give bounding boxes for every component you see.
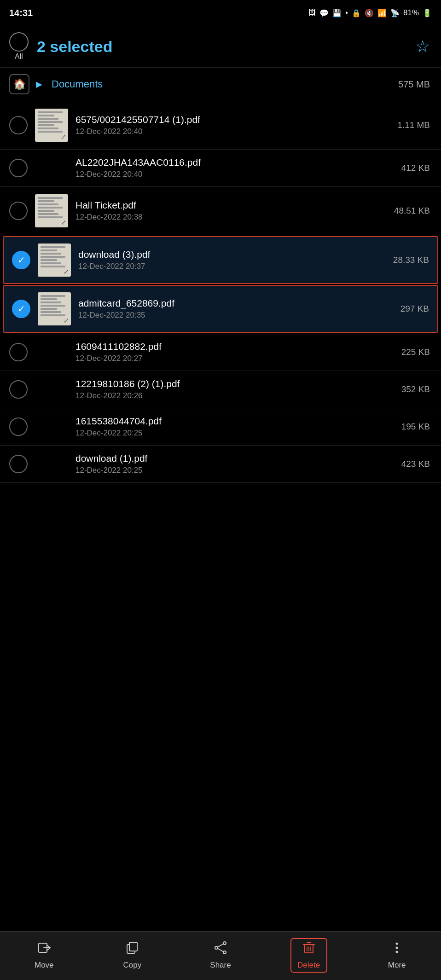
folder-name[interactable]: Documents [52, 78, 103, 90]
svg-line-7 [218, 944, 223, 947]
list-item[interactable]: AL2202JHA143AAC0116.pdf 12-Dec-2022 20:4… [0, 150, 441, 187]
svg-point-15 [396, 943, 398, 945]
file-name: admitcard_652869.pdf [78, 298, 393, 309]
move-label: Move [35, 961, 54, 970]
file-name: AL2202JHA143AAC0116.pdf [75, 157, 394, 168]
share-icon [214, 941, 227, 958]
file-date: 12-Dec-2022 20:37 [78, 262, 386, 271]
header-left: All 2 selected [9, 32, 112, 61]
copy-icon [125, 941, 139, 958]
move-action[interactable]: Move [26, 941, 63, 970]
file-thumbnail: ⤢ [38, 292, 71, 325]
file-date: 12-Dec-2022 20:35 [78, 311, 393, 320]
file-list: ⤢ 6575/0021425507714 (1).pdf 12-Dec-2022… [0, 101, 441, 483]
list-item[interactable]: ⤢ 6575/0021425507714 (1).pdf 12-Dec-2022… [0, 101, 441, 150]
list-item[interactable]: 1615538044704.pdf 12-Dec-2022 20:25 195 … [0, 408, 441, 446]
file-size: 28.33 KB [393, 255, 429, 265]
file-date: 12-Dec-2022 20:25 [75, 466, 394, 475]
svg-rect-3 [129, 942, 137, 951]
list-item[interactable]: 12219810186 (2) (1).pdf 12-Dec-2022 20:2… [0, 371, 441, 408]
file-checkbox[interactable]: ✓ [12, 251, 30, 269]
svg-point-17 [396, 951, 398, 953]
file-checkbox[interactable] [9, 202, 28, 220]
share-label: Share [210, 961, 231, 970]
dot-indicator: • [345, 9, 348, 17]
folder-size: 575 MB [398, 79, 430, 90]
status-icons: 🖼 💬 💾 • 🔒 🔇 📶 📡 81% 🔋 [308, 8, 432, 17]
selected-count: 2 selected [37, 38, 112, 56]
bottom-bar: Move Copy Share [0, 931, 441, 980]
file-size: 48.51 KB [394, 206, 430, 216]
lock-icon: 🔒 [352, 9, 361, 17]
file-name: 1615538044704.pdf [75, 416, 394, 427]
file-size: 352 KB [401, 384, 430, 394]
svg-point-4 [223, 942, 226, 945]
all-checkbox[interactable] [9, 32, 29, 52]
file-info: Hall Ticket.pdf 12-Dec-2022 20:38 [75, 200, 387, 222]
file-size: 195 KB [401, 422, 430, 432]
svg-line-8 [218, 949, 223, 952]
file-date: 12-Dec-2022 20:25 [75, 429, 394, 438]
file-checkbox[interactable] [9, 418, 28, 436]
signal-icon: 📡 [390, 9, 400, 17]
file-name: download (1).pdf [75, 453, 394, 464]
file-info: download (1).pdf 12-Dec-2022 20:25 [75, 453, 394, 475]
expand-icon: ⤢ [64, 317, 69, 324]
list-item[interactable]: ✓ ⤢ admitcard_652869.pdf 12-Dec-2022 20:… [3, 285, 438, 333]
copy-action[interactable]: Copy [114, 941, 151, 970]
file-info: 1615538044704.pdf 12-Dec-2022 20:25 [75, 416, 394, 438]
file-name: 12219810186 (2) (1).pdf [75, 378, 394, 389]
file-thumbnail: ⤢ [35, 194, 68, 227]
file-date: 12-Dec-2022 20:40 [75, 170, 394, 179]
file-checkbox[interactable] [9, 116, 28, 134]
delete-label: Delete [297, 961, 320, 970]
delete-action[interactable]: Delete [290, 938, 327, 973]
mute-icon: 🔇 [365, 9, 374, 17]
file-info: 6575/0021425507714 (1).pdf 12-Dec-2022 2… [75, 114, 390, 136]
share-action[interactable]: Share [202, 941, 239, 970]
file-checkbox[interactable] [9, 343, 28, 361]
file-date: 12-Dec-2022 20:27 [75, 354, 394, 363]
file-name: Hall Ticket.pdf [75, 200, 387, 211]
svg-point-6 [215, 946, 218, 949]
file-name: 6575/0021425507714 (1).pdf [75, 114, 390, 125]
file-info: 12219810186 (2) (1).pdf 12-Dec-2022 20:2… [75, 378, 394, 400]
list-item[interactable]: ⤢ Hall Ticket.pdf 12-Dec-2022 20:38 48.5… [0, 187, 441, 235]
star-icon[interactable]: ☆ [415, 37, 430, 56]
expand-icon: ⤢ [64, 268, 69, 275]
list-item[interactable]: 1609411102882.pdf 12-Dec-2022 20:27 225 … [0, 334, 441, 371]
file-checkbox[interactable]: ✓ [12, 300, 30, 318]
file-size: 297 KB [400, 304, 429, 314]
expand-icon: ⤢ [61, 133, 66, 140]
file-checkbox[interactable] [9, 455, 28, 473]
file-date: 12-Dec-2022 20:26 [75, 391, 394, 400]
list-item[interactable]: download (1).pdf 12-Dec-2022 20:25 423 K… [0, 446, 441, 483]
all-label: All [15, 52, 23, 61]
all-button[interactable]: All [9, 32, 29, 61]
file-size: 423 KB [401, 459, 430, 469]
file-info: AL2202JHA143AAC0116.pdf 12-Dec-2022 20:4… [75, 157, 394, 179]
file-size: 225 KB [401, 347, 430, 357]
file-date: 12-Dec-2022 20:38 [75, 213, 387, 222]
more-icon [390, 941, 404, 958]
file-name: download (3).pdf [78, 249, 386, 260]
file-size: 1.11 MB [397, 120, 430, 130]
header: All 2 selected ☆ [0, 24, 441, 67]
delete-icon [302, 941, 316, 958]
svg-point-5 [223, 951, 226, 954]
whatsapp-icon: 💬 [319, 9, 329, 17]
folder-path-left: 🏠 ▶ Documents [9, 74, 103, 94]
file-size: 412 KB [401, 163, 430, 173]
file-thumbnail: ⤢ [35, 109, 68, 142]
file-info: 1609411102882.pdf 12-Dec-2022 20:27 [75, 341, 394, 363]
file-thumbnail: ⤢ [38, 244, 71, 277]
file-name: 1609411102882.pdf [75, 341, 394, 352]
file-checkbox[interactable] [9, 159, 28, 177]
expand-icon: ⤢ [61, 219, 66, 226]
folder-path: 🏠 ▶ Documents 575 MB [0, 67, 441, 101]
more-action[interactable]: More [378, 941, 415, 970]
status-time: 14:31 [9, 8, 33, 18]
svg-point-16 [396, 947, 398, 949]
list-item[interactable]: ✓ ⤢ download (3).pdf 12-Dec-2022 20:37 2… [3, 236, 438, 284]
file-checkbox[interactable] [9, 380, 28, 399]
